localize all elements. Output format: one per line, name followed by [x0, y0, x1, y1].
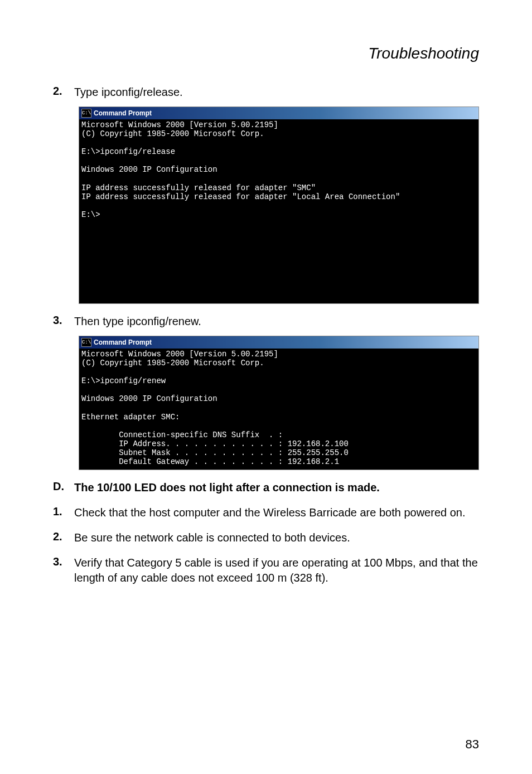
terminal-output: Microsoft Windows 2000 [Version 5.00.219…	[79, 119, 478, 303]
step-d1: 1. Check that the host computer and the …	[53, 505, 479, 520]
titlebar-text: Command Prompt	[94, 109, 152, 117]
cmd-icon: C:\	[81, 109, 91, 118]
document-page: Troubleshooting 2. Type ipconfig/release…	[0, 0, 532, 774]
step-number: 3.	[53, 555, 74, 586]
step-d2: 2. Be sure the network cable is connecte…	[53, 530, 479, 545]
section-title: Troubleshooting	[53, 45, 479, 62]
step-letter: D.	[53, 480, 74, 495]
step-text: Be sure the network cable is connected t…	[74, 530, 350, 545]
titlebar-text: Command Prompt	[94, 338, 152, 346]
step-number: 2.	[53, 85, 74, 100]
step-heading: The 10/100 LED does not light after a co…	[74, 480, 380, 495]
cmd-icon: C:\	[81, 338, 91, 347]
terminal-output: Microsoft Windows 2000 [Version 5.00.219…	[79, 349, 478, 470]
page-number: 83	[466, 737, 479, 752]
step-number: 1.	[53, 505, 74, 520]
step-text: Check that the host computer and the Wir…	[74, 505, 466, 520]
step-number: 2.	[53, 530, 74, 545]
step-d3: 3. Verify that Category 5 cable is used …	[53, 555, 479, 586]
step-3: 3. Then type ipconfig/renew.	[53, 314, 479, 329]
step-text: Then type ipconfig/renew.	[74, 314, 201, 329]
step-d: D. The 10/100 LED does not light after a…	[53, 480, 479, 495]
command-prompt-window-renew: C:\ Command Prompt Microsoft Windows 200…	[79, 336, 479, 470]
step-text: Type ipconfig/release.	[74, 85, 183, 100]
command-prompt-window-release: C:\ Command Prompt Microsoft Windows 200…	[79, 107, 479, 304]
titlebar: C:\ Command Prompt	[79, 336, 478, 349]
step-2: 2. Type ipconfig/release.	[53, 85, 479, 100]
titlebar: C:\ Command Prompt	[79, 107, 478, 119]
step-number: 3.	[53, 314, 74, 329]
step-text: Verify that Category 5 cable is used if …	[74, 555, 479, 586]
